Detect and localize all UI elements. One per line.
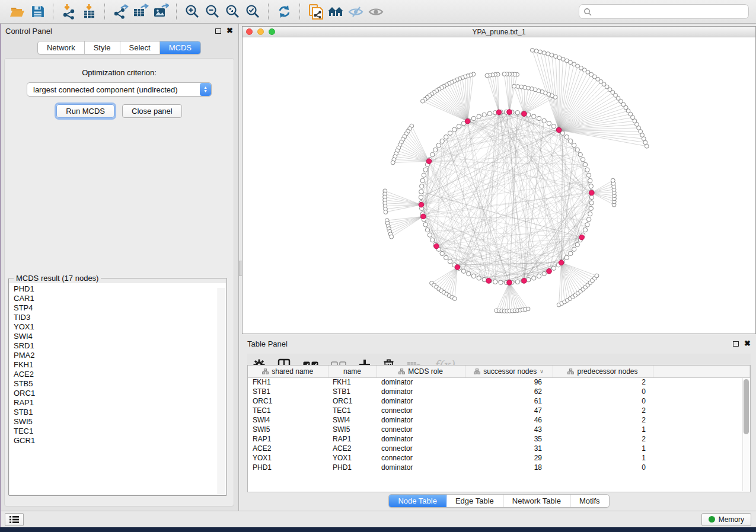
zoom-out-icon[interactable]: [202, 2, 222, 21]
application-window: Control Panel ✖ NetworkStyleSelectMCDS O…: [0, 0, 756, 532]
search-box[interactable]: [579, 4, 749, 19]
refresh-layout-icon[interactable]: [274, 2, 294, 21]
zoom-fit-icon[interactable]: [222, 2, 243, 21]
tab-network[interactable]: Network: [38, 41, 85, 54]
mcds-result-item[interactable]: STP4: [14, 303, 226, 313]
table-row[interactable]: SWI5SWI5connector431: [248, 425, 750, 434]
main-toolbar: [0, 0, 756, 24]
task-history-button[interactable]: [5, 513, 24, 526]
save-session-icon[interactable]: [27, 2, 47, 21]
mcds-result-item[interactable]: TEC1: [14, 427, 226, 436]
mcds-result-item[interactable]: PHD1: [14, 284, 226, 294]
export-image-icon[interactable]: [151, 2, 171, 21]
close-panel-button[interactable]: Close panel: [122, 104, 182, 118]
toolbar-separator: [299, 4, 300, 20]
status-bar: Memory: [0, 511, 756, 527]
mcds-result-title: MCDS result (17 nodes): [14, 274, 101, 283]
search-icon: [583, 8, 592, 16]
search-input[interactable]: [592, 8, 744, 16]
network-window: YPA_prune.txt_1: [242, 26, 756, 334]
table-row[interactable]: ACE2ACE2connector311: [248, 444, 750, 453]
mcds-result-item[interactable]: SWI5: [14, 417, 226, 427]
mcds-result-item[interactable]: SRD1: [14, 341, 226, 351]
hide-selected-icon[interactable]: [346, 2, 366, 21]
zoom-in-icon[interactable]: [182, 2, 202, 21]
desktop-background: [0, 527, 756, 532]
control-panel-titlebar: Control Panel ✖: [0, 24, 238, 38]
table-panel-titlebar: Table Panel ✖: [242, 336, 756, 351]
result-scrollbar[interactable]: [218, 288, 225, 494]
toolbar-separator: [176, 4, 177, 20]
show-all-icon[interactable]: [366, 2, 386, 21]
close-panel-icon[interactable]: ✖: [227, 28, 233, 34]
import-table-icon[interactable]: [79, 2, 99, 21]
list-icon: [9, 515, 20, 524]
float-panel-icon[interactable]: [733, 341, 739, 347]
toolbar-separator: [104, 4, 105, 20]
table-tab-motifs[interactable]: Motifs: [570, 495, 609, 507]
mcds-result-item[interactable]: PMA2: [14, 351, 226, 360]
control-panel-tabs: NetworkStyleSelectMCDS: [0, 38, 238, 57]
close-panel-icon[interactable]: ✖: [744, 341, 751, 347]
mcds-result-item[interactable]: SWI4: [14, 332, 226, 341]
table-tab-network-table[interactable]: Network Table: [503, 495, 570, 507]
network-graph[interactable]: [243, 37, 755, 334]
mcds-result-item[interactable]: GCR1: [14, 436, 226, 446]
column-header-predecessor-nodes[interactable]: predecessor nodes: [553, 366, 653, 377]
optimization-criterion-label: Optimization criterion:: [5, 68, 234, 77]
tab-select[interactable]: Select: [120, 41, 160, 54]
duplicate-network-icon[interactable]: [305, 2, 326, 21]
mcds-result-item[interactable]: TID3: [14, 313, 226, 322]
toolbar-separator: [53, 4, 53, 20]
mcds-result-item[interactable]: STB5: [14, 379, 226, 389]
column-header-shared-name[interactable]: shared name: [248, 366, 328, 377]
network-titlebar[interactable]: YPA_prune.txt_1: [243, 27, 755, 37]
criterion-value: largest connected component (undirected): [27, 85, 200, 94]
memory-status-icon: [709, 516, 715, 523]
mcds-result-item[interactable]: ACE2: [14, 370, 226, 379]
open-file-icon[interactable]: [7, 2, 27, 21]
mcds-result-group: MCDS result (17 nodes) PHD1CAR1STP4TID3Y…: [8, 278, 227, 496]
zoom-selected-icon[interactable]: [243, 2, 263, 21]
float-panel-icon[interactable]: [215, 28, 221, 34]
toolbar-separator: [268, 4, 269, 20]
network-canvas[interactable]: [243, 37, 755, 334]
table-tab-edge-table[interactable]: Edge Table: [446, 495, 503, 507]
tab-mcds[interactable]: MCDS: [160, 41, 200, 54]
mcds-result-item[interactable]: CAR1: [14, 294, 226, 303]
column-header-name[interactable]: name: [328, 366, 377, 377]
desktop-edge: [0, 24, 1, 527]
table-row[interactable]: ORC1ORC1dominator610: [248, 396, 750, 406]
table-scrollbar-thumb[interactable]: [744, 379, 749, 434]
table-row[interactable]: RAP1RAP1dominator352: [248, 434, 750, 444]
mcds-result-item[interactable]: ORC1: [14, 389, 226, 398]
mcds-tab-content: Optimization criterion: largest connecte…: [4, 58, 234, 507]
table-row[interactable]: TEC1TEC1connector472: [248, 406, 750, 415]
table-tabs: Node TableEdge TableNetwork TableMotifs: [242, 494, 756, 508]
mcds-result-item[interactable]: YOX1: [14, 322, 226, 332]
export-table-icon[interactable]: [130, 2, 151, 21]
mcds-result-item[interactable]: FKH1: [14, 360, 226, 370]
criterion-dropdown[interactable]: largest connected component (undirected)…: [27, 82, 212, 97]
table-row[interactable]: YOX1YOX1connector291: [248, 453, 750, 463]
control-panel: Control Panel ✖ NetworkStyleSelectMCDS O…: [0, 24, 238, 511]
table-row[interactable]: PHD1PHD1dominator180: [248, 463, 750, 472]
tab-style[interactable]: Style: [85, 41, 120, 54]
first-neighbors-icon[interactable]: [326, 2, 346, 21]
node-table[interactable]: shared namenameMCDS rolesuccessor nodes∨…: [247, 365, 751, 492]
table-scrollbar[interactable]: [742, 378, 749, 491]
table-row[interactable]: STB1STB1dominator620: [248, 387, 750, 396]
run-mcds-button[interactable]: Run MCDS: [56, 104, 114, 118]
table-row[interactable]: FKH1FKH1dominator962: [248, 377, 750, 387]
export-network-icon[interactable]: [110, 2, 130, 21]
table-row[interactable]: SWI4SWI4dominator462: [248, 415, 750, 425]
mcds-result-item[interactable]: STB1: [14, 408, 226, 417]
mcds-result-item[interactable]: RAP1: [14, 398, 226, 408]
import-network-icon[interactable]: [59, 2, 79, 21]
table-panel-title: Table Panel: [247, 339, 288, 348]
mcds-result-list[interactable]: PHD1CAR1STP4TID3YOX1SWI4SRD1PMA2FKH1ACE2…: [9, 283, 226, 495]
table-tab-node-table[interactable]: Node Table: [389, 495, 446, 507]
memory-button[interactable]: Memory: [701, 513, 751, 526]
column-header-MCDS-role[interactable]: MCDS role: [377, 366, 465, 377]
column-header-successor-nodes[interactable]: successor nodes∨: [465, 366, 553, 377]
